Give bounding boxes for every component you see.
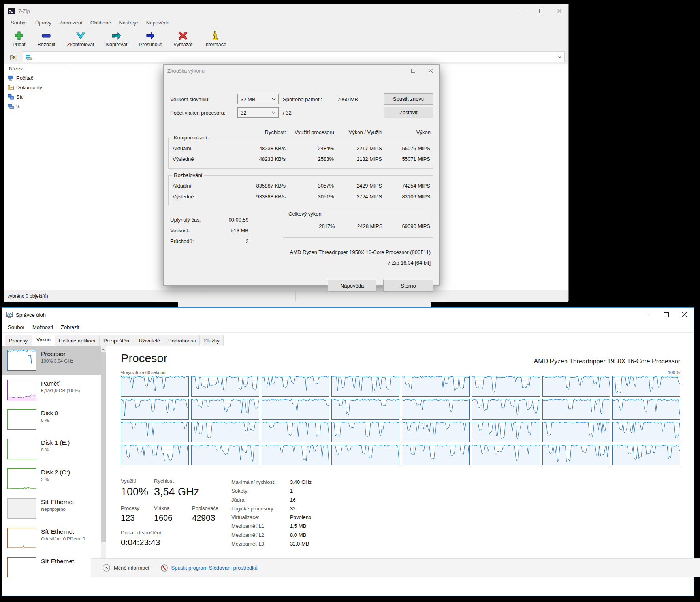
axis-label-left: % využití za 60 sekund [121, 370, 166, 375]
copy-icon [111, 30, 122, 41]
chevron-down-icon[interactable] [558, 56, 562, 58]
this-pc-icon [25, 54, 32, 60]
sidebar-thumbnail-graph [7, 380, 36, 400]
resource-monitor-link[interactable]: Spustit program Sledování prostředků [171, 565, 258, 571]
tab-po-spuštění[interactable]: Po spuštění [100, 335, 135, 346]
col-header-speed: Rychlost: [239, 129, 286, 135]
tab-uživatelé[interactable]: Uživatelé [135, 335, 164, 346]
sidebar-item-s-ethernet[interactable]: Síť EthernetOdesílání: 0 Příjem: 0 [2, 523, 106, 553]
minimize-button[interactable] [639, 308, 657, 322]
cpu-model-line: AMD Ryzen Threadripper 1950X 16-Core Pro… [233, 249, 431, 255]
detail-label: Mezipaměť L3: [231, 540, 290, 548]
toolbar-button-info[interactable]: Informace [198, 28, 232, 50]
menu-item-soubor[interactable]: Soubor [4, 324, 28, 330]
benchmark-row: Aktuální48238 KB/s2484%2217 MIPS55076 MI… [169, 143, 433, 154]
sidebar-item-s-ethernet[interactable]: Síť EthernetNepřipojeno [2, 494, 106, 523]
menu-item-nástroje[interactable]: Nástroje [115, 20, 142, 26]
tab-výkon[interactable]: Výkon [32, 333, 55, 346]
passes-value: 2 [209, 238, 248, 244]
del-icon [178, 30, 188, 41]
dictionary-size-label: Velikost slovníku: [170, 96, 210, 102]
column-divider[interactable] [70, 65, 70, 72]
menu-item-zobrazení[interactable]: Zobrazení [55, 20, 87, 26]
sidebar-scrollbar[interactable] [101, 346, 106, 570]
tab-podrobnosti[interactable]: Podrobnosti [164, 335, 200, 346]
scroll-up-icon[interactable] [101, 346, 106, 352]
scrollbar-thumb[interactable] [101, 352, 106, 542]
cancel-button[interactable]: Storno [383, 280, 433, 292]
logical-processor-graph-4 [402, 376, 470, 397]
total-rating-usage: 2428 MIPS [335, 223, 383, 229]
benchmark-dialog: Zkouška výkonu Velikost slovníku: 32 MB … [163, 64, 440, 286]
compression-group: Komprimování Aktuální48238 KB/s2484%2217… [168, 138, 433, 169]
minimize-button[interactable] [387, 65, 405, 77]
usage-value: 100% [121, 485, 154, 499]
sidebar-item-s-ethernet[interactable]: Síť Ethernet [2, 553, 106, 577]
maximize-button[interactable] [657, 308, 676, 322]
menu-item-oblíbené[interactable]: Oblíbené [87, 20, 115, 26]
menu-item-soubor[interactable]: Soubor [7, 20, 31, 26]
tab-služby[interactable]: Služby [200, 335, 224, 346]
col-header-cpu-usage: Využití procesoru [287, 129, 334, 135]
processes-label: Procesy [121, 500, 154, 512]
logical-processor-graph-30 [542, 445, 610, 465]
toolbar-button-test[interactable]: Zkontrolovat [61, 28, 100, 50]
netshare-icon [8, 103, 14, 109]
less-info-button[interactable]: Méně informací [114, 565, 149, 571]
sidebar-item-disk-1-e-[interactable]: Disk 1 (E:)0 % [2, 435, 106, 464]
logical-processor-graph-0 [121, 376, 189, 397]
toolbar-button-copy[interactable]: Kopírovat [100, 28, 134, 50]
folder-doc-icon [8, 84, 14, 90]
decompression-group: Rozbalování Aktuální835887 KB/s3057%2429… [168, 175, 433, 206]
menu-item-možnosti[interactable]: Možnosti [28, 324, 57, 330]
uptime-value: 0:04:23:43 [121, 537, 218, 548]
tab-procesy[interactable]: Procesy [5, 335, 32, 346]
sidebar-item-disk-0[interactable]: Disk 00 % [2, 405, 106, 435]
menu-item-úpravy[interactable]: Úpravy [31, 20, 55, 26]
computer-icon [8, 75, 14, 81]
close-button[interactable] [550, 4, 568, 18]
threads-select[interactable]: 32 [237, 107, 279, 118]
sidebar-item-pam-[interactable]: Paměť5,1/31,9 GB (16 %) [2, 375, 106, 405]
close-button[interactable] [422, 65, 439, 77]
chevron-down-icon [272, 98, 276, 100]
maximize-button[interactable] [405, 65, 422, 77]
memory-usage-label: Spotřeba paměti: [283, 96, 322, 102]
sidebar-item-procesor[interactable]: Procesor100% 3,54 GHz [2, 346, 106, 375]
toolbar-button-extract[interactable]: Rozbalit [32, 28, 61, 50]
sevenzip-menubar: SouborÚpravyZobrazeníOblíbenéNástrojeNáp… [4, 18, 568, 27]
maximize-button[interactable] [532, 4, 550, 18]
logical-processor-graph-17 [191, 422, 259, 442]
logical-processors-grid [121, 376, 680, 465]
window-title: 7-Zip [18, 8, 30, 14]
menu-item-zobrazit[interactable]: Zobrazit [57, 324, 83, 330]
logical-processor-graph-25 [191, 445, 259, 465]
background-window-strip [178, 301, 431, 307]
sevenzip-statusbar: vybráno 0 objekt(ů) [4, 290, 568, 302]
minimize-button[interactable] [514, 4, 532, 18]
cpu-model-name: AMD Ryzen Threadripper 1950X 16-Core Pro… [534, 358, 680, 365]
menu-item-nápověda[interactable]: Nápověda [142, 20, 173, 26]
total-rating: 69090 MIPS [382, 223, 430, 229]
tab-historie-aplikací[interactable]: Historie aplikací [55, 335, 100, 346]
address-combobox[interactable] [23, 51, 565, 62]
restart-button[interactable]: Spustit znovu [384, 93, 433, 105]
toolbar-button-add[interactable]: Přidat [7, 28, 32, 50]
taskmgr-titlebar: Správce úloh [2, 308, 694, 322]
stop-button[interactable]: Zastavit [384, 107, 433, 118]
sidebar-thumbnail-graph [7, 409, 36, 430]
logical-processor-graph-19 [331, 422, 399, 442]
info-icon [210, 30, 220, 41]
close-button[interactable] [676, 308, 694, 322]
extract-icon [41, 30, 51, 41]
benchmark-row: Výsledné933888 KB/s3051%2724 MIPS83109 M… [169, 191, 433, 202]
sidebar-thumbnail-graph [7, 498, 36, 519]
help-button[interactable]: Nápověda [328, 280, 376, 292]
toolbar-button-del[interactable]: Vymazat [167, 28, 198, 50]
folder-up-button[interactable] [8, 52, 20, 62]
toolbar-button-move[interactable]: Přesunout [133, 28, 167, 50]
dictionary-size-select[interactable]: 32 MB [237, 94, 279, 104]
chevron-up-circle-icon[interactable] [103, 564, 110, 572]
detail-label: Sokety: [231, 487, 290, 495]
sidebar-item-disk-2-c-[interactable]: Disk 2 (C:)2 % [2, 464, 106, 494]
